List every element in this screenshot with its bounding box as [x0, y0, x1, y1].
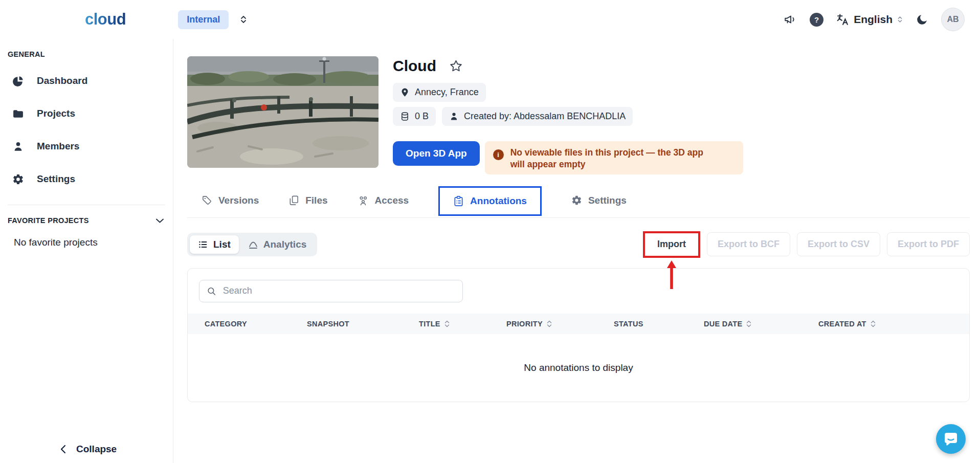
person-icon: [12, 141, 24, 152]
export-csv-button[interactable]: Export to CSV: [797, 232, 880, 256]
clipboard-icon: [453, 195, 464, 207]
workspace-badge[interactable]: Internal: [178, 10, 229, 29]
column-header-category: CATEGORY: [205, 320, 307, 328]
sidebar-item-members[interactable]: Members: [0, 130, 173, 163]
topbar: cloud Internal ? English: [0, 0, 980, 39]
tab-label: Versions: [218, 195, 259, 206]
tab-label: Access: [375, 195, 409, 206]
tab-access[interactable]: Access: [358, 184, 409, 217]
tab-label: Annotations: [470, 195, 527, 207]
gear-icon: [12, 173, 24, 185]
dark-mode-moon-icon[interactable]: [916, 13, 928, 26]
project-size-chip: 0 B: [393, 107, 436, 126]
column-header-title[interactable]: TITLE: [419, 320, 506, 328]
chart-line-icon: [248, 239, 258, 250]
annotation-arrow: [665, 260, 678, 290]
sort-icon: [871, 320, 876, 327]
column-header-priority[interactable]: PRIORITY: [506, 320, 614, 328]
translate-icon: [836, 13, 849, 26]
view-toggle-analytics[interactable]: Analytics: [240, 235, 315, 254]
tag-icon: [202, 195, 212, 206]
chat-bubble-icon: [943, 431, 959, 447]
search-field: [199, 280, 463, 302]
sidebar-item-label: Projects: [37, 108, 75, 119]
project-tabs: Versions Files Access Annotations: [187, 184, 970, 218]
table-empty-message: No annotations to display: [188, 334, 969, 402]
sidebar-section-general: GENERAL: [8, 50, 165, 58]
sidebar-item-label: Members: [37, 141, 79, 152]
search-icon: [207, 286, 216, 296]
sort-icon: [444, 320, 450, 327]
language-chevron-icon: [897, 15, 903, 24]
avatar[interactable]: AB: [941, 8, 965, 31]
chevron-down-icon[interactable]: [155, 218, 164, 224]
column-header-due-date[interactable]: DUE DATE: [704, 320, 818, 328]
tab-annotations[interactable]: Annotations: [438, 186, 542, 216]
sidebar-item-projects[interactable]: Projects: [0, 97, 173, 130]
main-content: Cloud Annecy, France: [173, 39, 980, 463]
announcements-icon[interactable]: [784, 13, 797, 26]
sidebar-item-dashboard[interactable]: Dashboard: [0, 64, 173, 97]
sidebar: GENERAL Dashboard Projects Members Setti…: [0, 39, 173, 463]
sidebar-item-label: Dashboard: [37, 75, 87, 86]
language-selector[interactable]: English: [836, 13, 903, 26]
created-by-label: Created by: Abdessalam BENCHADLIA: [464, 111, 626, 122]
project-size-label: 0 B: [415, 111, 429, 122]
users-icon: [358, 195, 369, 206]
sidebar-item-settings[interactable]: Settings: [0, 163, 173, 195]
sidebar-divider: [8, 205, 165, 205]
chat-launcher-button[interactable]: [936, 424, 966, 454]
info-icon: i: [493, 149, 504, 160]
view-toggle: List Analytics: [187, 233, 317, 256]
gear-icon: [571, 195, 582, 206]
view-toggle-label: Analytics: [263, 239, 306, 250]
location-chip: Annecy, France: [393, 83, 486, 102]
database-icon: [400, 112, 410, 121]
person-icon: [449, 112, 459, 121]
annotations-table-card: CATEGORY SNAPSHOT TITLE PRIORITY STATUS: [187, 268, 970, 402]
no-viewable-files-warning: i No viewable files in this project — th…: [485, 141, 743, 174]
favorite-star-icon[interactable]: [450, 60, 462, 72]
tab-settings[interactable]: Settings: [571, 184, 627, 217]
open-3d-app-button[interactable]: Open 3D App: [393, 141, 480, 166]
sort-icon: [547, 320, 552, 327]
warning-text: No viewable files in this project — the …: [510, 145, 720, 170]
export-bcf-button[interactable]: Export to BCF: [707, 232, 790, 256]
project-title: Cloud: [393, 56, 436, 76]
location-label: Annecy, France: [415, 87, 479, 98]
sidebar-item-label: Settings: [37, 173, 75, 185]
collapse-label: Collapse: [76, 444, 117, 455]
annotations-toolbar: List Analytics Import Export to BCF: [187, 231, 970, 258]
column-header-status: STATUS: [614, 320, 704, 328]
help-icon[interactable]: ?: [810, 13, 823, 27]
chevron-left-icon: [60, 445, 66, 454]
project-thumbnail: [187, 56, 378, 168]
tab-label: Files: [305, 195, 327, 206]
created-by-chip: Created by: Abdessalam BENCHADLIA: [442, 107, 633, 126]
column-header-created-at[interactable]: CREATED AT: [818, 320, 969, 328]
list-icon: [198, 239, 208, 250]
language-label: English: [854, 13, 893, 26]
sidebar-section-favorites: FAVORITE PROJECTS: [8, 216, 89, 225]
column-header-snapshot: SNAPSHOT: [307, 320, 419, 328]
search-input[interactable]: [223, 285, 455, 296]
collapse-sidebar-button[interactable]: Collapse: [60, 444, 117, 455]
table-header-row: CATEGORY SNAPSHOT TITLE PRIORITY STATUS: [188, 314, 969, 334]
favorites-empty-message: No favorite projects: [14, 237, 173, 248]
tab-label: Settings: [588, 195, 627, 206]
files-icon: [288, 195, 299, 206]
view-toggle-label: List: [213, 239, 231, 250]
pie-chart-icon: [12, 75, 24, 87]
tab-files[interactable]: Files: [288, 184, 327, 217]
folder-icon: [12, 108, 24, 120]
topbar-actions: ? English AB: [784, 8, 965, 31]
export-pdf-button[interactable]: Export to PDF: [887, 232, 970, 256]
location-pin-icon: [400, 87, 410, 97]
workspace-selector-chevron-icon[interactable]: [240, 14, 247, 25]
sort-icon: [746, 320, 751, 327]
highlight-box-red: Import: [643, 231, 700, 258]
import-button[interactable]: Import: [645, 233, 698, 256]
app-logo[interactable]: cloud: [85, 10, 126, 29]
tab-versions[interactable]: Versions: [202, 184, 259, 217]
view-toggle-list[interactable]: List: [190, 235, 239, 254]
